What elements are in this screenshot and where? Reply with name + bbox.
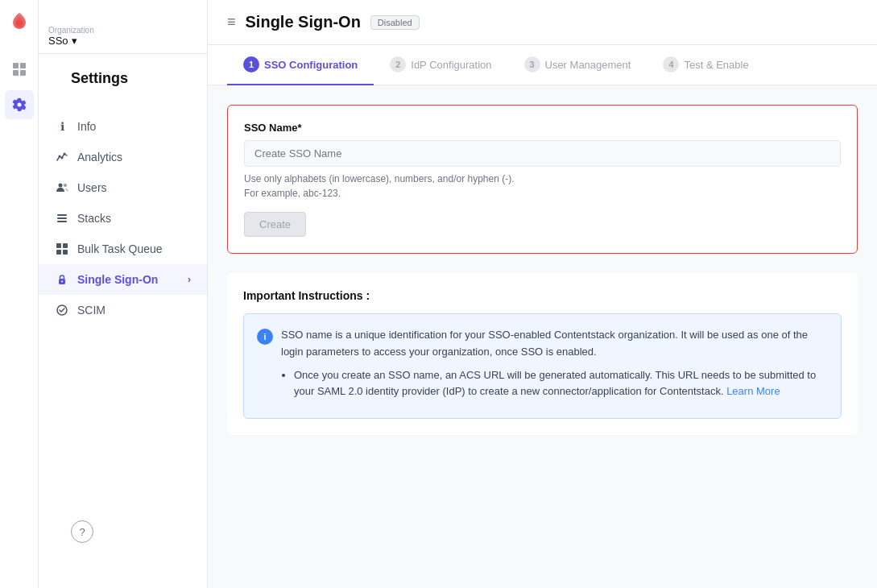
topbar: ≡ Single Sign-On Disabled <box>208 0 877 45</box>
sidebar-item-scim[interactable]: SCIM <box>39 295 207 325</box>
analytics-icon <box>55 150 69 164</box>
svg-rect-3 <box>13 70 19 76</box>
tab-user-management[interactable]: 3 User Management <box>508 45 647 85</box>
tab-idp-configuration[interactable]: 2 IdP Configuration <box>374 45 507 85</box>
sidebar-item-users[interactable]: Users <box>39 172 207 203</box>
svg-rect-11 <box>57 214 67 216</box>
app-logo[interactable] <box>6 10 32 35</box>
sso-name-hint-1: Use only alphabets (in lowercase), numbe… <box>244 173 841 184</box>
svg-rect-13 <box>57 221 67 222</box>
icon-rail <box>0 0 39 588</box>
sidebar-item-analytics[interactable]: Analytics <box>39 142 207 172</box>
sso-name-input[interactable] <box>244 140 841 167</box>
sso-chevron-icon: › <box>188 274 191 285</box>
svg-point-0 <box>16 20 23 27</box>
sidebar-item-bulk-label: Bulk Task Queue <box>77 242 163 255</box>
tab-test-enable[interactable]: 4 Test & Enable <box>647 45 764 85</box>
sidebar: Organization SSo ▾ Settings ℹ Info Analy… <box>39 0 208 588</box>
svg-rect-17 <box>63 250 68 255</box>
svg-point-7 <box>61 157 64 159</box>
tab-2-label: IdP Configuration <box>411 59 491 71</box>
sidebar-item-info[interactable]: ℹ Info <box>39 111 207 142</box>
sidebar-item-info-label: Info <box>77 120 96 133</box>
sso-lock-icon <box>55 272 69 287</box>
instructions-text: SSO name is a unique identification for … <box>281 327 828 405</box>
sidebar-item-scim-label: SCIM <box>77 304 105 317</box>
bulk-task-icon <box>55 242 69 256</box>
svg-point-10 <box>64 184 67 187</box>
sidebar-item-bulk-task-queue[interactable]: Bulk Task Queue <box>39 234 207 264</box>
sidebar-item-users-label: Users <box>77 181 107 194</box>
tab-1-label: SSO Configuration <box>264 59 358 71</box>
sidebar-item-stacks-label: Stacks <box>77 212 111 225</box>
tab-4-label: Test & Enable <box>684 59 748 71</box>
main-content: ≡ Single Sign-On Disabled 1 SSO Configur… <box>208 0 877 588</box>
tab-1-num: 1 <box>243 56 259 72</box>
sso-name-label: SSO Name* <box>244 122 841 134</box>
tab-sso-configuration[interactable]: 1 SSO Configuration <box>227 45 374 85</box>
instructions-line1: SSO name is a unique identification for … <box>281 329 808 358</box>
page-title: Single Sign-On <box>246 13 361 31</box>
settings-icon[interactable] <box>5 90 34 119</box>
sso-name-hint-2: For example, abc-123. <box>244 188 841 199</box>
users-icon <box>55 180 69 195</box>
tab-content: SSO Name* Use only alphabets (in lowerca… <box>208 85 877 588</box>
svg-point-8 <box>64 153 66 155</box>
learn-more-link[interactable]: Learn More <box>726 385 780 397</box>
stacks-icon <box>55 211 69 226</box>
sidebar-item-analytics-label: Analytics <box>77 151 122 164</box>
tab-4-num: 4 <box>663 56 679 72</box>
help-button[interactable]: ? <box>71 520 93 543</box>
status-badge: Disabled <box>370 15 420 30</box>
tab-2-num: 2 <box>390 56 406 72</box>
svg-rect-12 <box>57 217 67 219</box>
svg-rect-16 <box>56 250 61 255</box>
org-selector[interactable]: Organization SSo ▾ <box>39 19 207 54</box>
info-circle-icon: i <box>257 329 273 345</box>
svg-rect-4 <box>20 70 26 76</box>
menu-icon[interactable]: ≡ <box>227 14 236 31</box>
svg-rect-2 <box>20 63 26 68</box>
svg-point-6 <box>59 155 61 158</box>
sidebar-item-sso[interactable]: Single Sign-On › <box>39 264 207 295</box>
svg-rect-1 <box>13 63 19 68</box>
sidebar-item-sso-label: Single Sign-On <box>77 273 158 286</box>
org-label: Organization <box>48 26 197 35</box>
info-icon: ℹ <box>55 119 69 134</box>
svg-rect-14 <box>56 243 61 248</box>
create-button[interactable]: Create <box>244 212 306 237</box>
svg-point-5 <box>17 103 21 107</box>
org-name: SSo ▾ <box>48 35 197 47</box>
instructions-title: Important Instructions : <box>243 289 842 302</box>
sso-name-section: SSO Name* Use only alphabets (in lowerca… <box>227 105 858 254</box>
sidebar-item-stacks[interactable]: Stacks <box>39 203 207 234</box>
tabs-bar: 1 SSO Configuration 2 IdP Configuration … <box>208 45 877 85</box>
instructions-box: i SSO name is a unique identification fo… <box>243 313 842 419</box>
svg-point-9 <box>59 184 63 188</box>
svg-rect-15 <box>63 243 68 248</box>
scim-icon <box>55 303 69 317</box>
org-chevron: ▾ <box>72 35 77 47</box>
sidebar-title: Settings <box>55 70 191 103</box>
grid-icon[interactable] <box>5 55 34 84</box>
tab-3-label: User Management <box>545 59 631 71</box>
instructions-section: Important Instructions : i SSO name is a… <box>227 273 858 435</box>
svg-point-19 <box>61 281 63 283</box>
tab-3-num: 3 <box>524 56 540 72</box>
